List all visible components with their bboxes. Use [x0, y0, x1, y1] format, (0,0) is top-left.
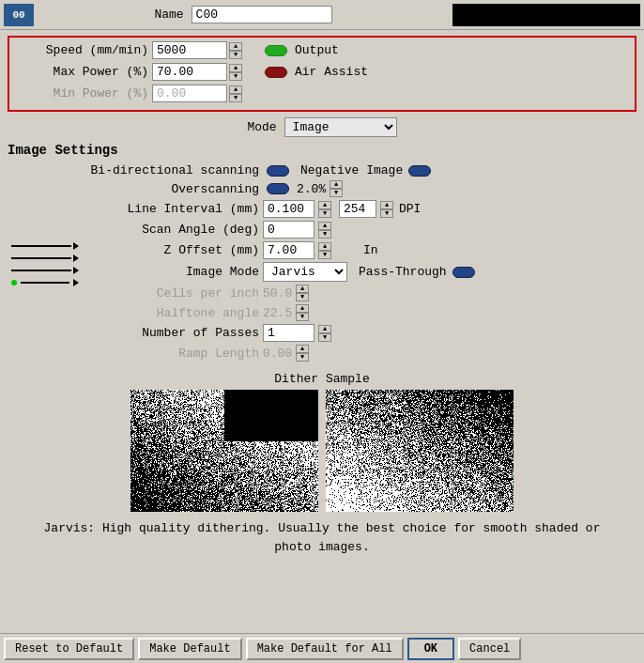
scan-angle-row: Scan Angle (deg) ▲ ▼	[90, 221, 636, 239]
make-default-button[interactable]: Make Default	[138, 638, 241, 660]
ramp-length-row: Ramp Length 0.00 ▲ ▼	[90, 345, 636, 362]
make-default-all-button[interactable]: Make Default for All	[246, 638, 404, 660]
cells-up-btn[interactable]: ▲	[296, 285, 309, 293]
name-input[interactable]	[192, 6, 332, 23]
dpi-spinner[interactable]: ▲ ▼	[380, 201, 393, 218]
air-assist-label: Air Assist	[295, 65, 368, 79]
min-power-up-btn[interactable]: ▲	[229, 85, 242, 94]
min-power-label: Min Power (%)	[17, 86, 148, 100]
speed-spinner-btns[interactable]: ▲ ▼	[229, 42, 242, 59]
z-offset-up-btn[interactable]: ▲	[318, 242, 331, 251]
overscanning-toggle[interactable]	[267, 183, 289, 194]
scan-angle-label: Scan Angle (deg)	[90, 223, 259, 237]
cancel-button[interactable]: Cancel	[458, 638, 521, 660]
num-passes-up-btn[interactable]: ▲	[318, 325, 331, 333]
dpi-input[interactable]	[339, 200, 376, 218]
line-interval-input[interactable]	[263, 200, 314, 218]
overscanning-value: 2.0%	[297, 182, 326, 196]
output-label: Output	[295, 43, 339, 57]
scan-angle-up-btn[interactable]: ▲	[318, 222, 331, 230]
air-assist-toggle[interactable]	[265, 67, 287, 78]
cells-spinner[interactable]: ▲ ▼	[296, 285, 309, 301]
num-passes-down-btn[interactable]: ▼	[318, 333, 331, 342]
speed-down-btn[interactable]: ▼	[229, 51, 242, 59]
image-mode-select[interactable]: Jarvis	[263, 262, 347, 282]
dither-canvas-right	[326, 390, 514, 512]
line-interval-label: Line Interval (mm)	[90, 202, 259, 216]
halftone-down-btn[interactable]: ▼	[296, 313, 309, 321]
halftone-angle-value: 22.5	[263, 306, 292, 320]
image-settings-section: Image Settings	[8, 143, 636, 364]
num-passes-label: Number of Passes	[90, 326, 259, 340]
dither-title: Dither Sample	[8, 372, 636, 386]
speed-input[interactable]	[152, 41, 227, 59]
min-power-input[interactable]	[152, 85, 227, 102]
max-power-label: Max Power (%)	[17, 65, 148, 79]
arrow-tip-3	[73, 267, 79, 274]
z-offset-input[interactable]	[263, 241, 314, 259]
min-power-spinner: ▲ ▼	[152, 85, 242, 102]
green-dot	[11, 280, 17, 285]
min-power-spinner-btns[interactable]: ▲ ▼	[229, 85, 242, 102]
pass-through-row: Pass-Through	[359, 265, 475, 279]
image-mode-label: Image Mode	[90, 265, 259, 279]
min-power-down-btn[interactable]: ▼	[229, 94, 242, 102]
dpi-up-btn[interactable]: ▲	[380, 201, 393, 209]
scan-angle-spinner[interactable]: ▲ ▼	[318, 222, 331, 239]
output-toggle[interactable]	[265, 45, 287, 56]
dpi-label: DPI	[399, 202, 421, 216]
bidirectional-row: Bi-directional scanning Negative Image	[90, 163, 636, 177]
max-power-spinner-btns[interactable]: ▲ ▼	[229, 64, 242, 81]
in-label: In	[363, 243, 378, 257]
min-power-row: Min Power (%) ▲ ▼	[17, 85, 627, 102]
max-power-down-btn[interactable]: ▼	[229, 72, 242, 81]
black-bar	[452, 4, 640, 26]
bidirectional-toggle[interactable]	[267, 165, 289, 177]
ramp-length-label: Ramp Length	[90, 347, 259, 361]
settings-section: Speed (mm/min) ▲ ▼ Output Max Power (%) …	[8, 36, 636, 112]
z-offset-row: Z Offset (mm) ▲ ▼ In	[90, 241, 636, 259]
num-passes-input[interactable]	[263, 324, 314, 342]
speed-label: Speed (mm/min)	[17, 43, 148, 57]
overscanning-up-btn[interactable]: ▲	[330, 180, 343, 189]
ok-button[interactable]: OK	[407, 638, 454, 660]
name-label: Name	[154, 8, 183, 22]
overscanning-row: Overscanning 2.0% ▲ ▼	[90, 180, 636, 197]
output-toggle-row: Output	[265, 43, 339, 57]
line-interval-up-btn[interactable]: ▲	[318, 201, 331, 209]
speed-spinner: ▲ ▼	[152, 41, 242, 59]
ramp-spinner[interactable]: ▲ ▼	[296, 345, 309, 362]
cells-per-inch-row: Cells per inch 50.0 ▲ ▼	[90, 285, 636, 301]
reset-button[interactable]: Reset to Default	[4, 638, 134, 660]
cells-down-btn[interactable]: ▼	[296, 293, 309, 301]
cells-per-inch-value: 50.0	[263, 286, 292, 301]
z-offset-label: Z Offset (mm)	[90, 243, 259, 257]
line-interval-row: Line Interval (mm) ▲ ▼ ▲ ▼ DPI	[90, 200, 636, 218]
overscanning-down-btn[interactable]: ▼	[330, 189, 343, 197]
negative-image-toggle[interactable]	[408, 165, 431, 177]
id-badge: 00	[4, 4, 34, 26]
max-power-input[interactable]	[152, 63, 227, 81]
line-interval-spinner[interactable]: ▲ ▼	[318, 201, 331, 218]
halftone-spinner[interactable]: ▲ ▼	[296, 304, 309, 321]
arrow-tip-4	[73, 279, 79, 286]
image-settings-title: Image Settings	[8, 143, 636, 158]
dpi-down-btn[interactable]: ▼	[380, 209, 393, 218]
image-mode-row: Image Mode Jarvis Pass-Through	[90, 262, 636, 282]
num-passes-spinner[interactable]: ▲ ▼	[318, 325, 331, 342]
overscanning-spinner[interactable]: ▲ ▼	[330, 180, 343, 197]
line-interval-down-btn[interactable]: ▼	[318, 209, 331, 218]
ramp-down-btn[interactable]: ▼	[296, 353, 309, 362]
z-offset-down-btn[interactable]: ▼	[318, 251, 331, 259]
scan-angle-down-btn[interactable]: ▼	[318, 230, 331, 239]
scan-angle-input[interactable]	[263, 221, 314, 239]
speed-up-btn[interactable]: ▲	[229, 42, 242, 51]
halftone-up-btn[interactable]: ▲	[296, 304, 309, 313]
scan-line-2	[11, 254, 79, 262]
halftone-angle-label: Halftone angle	[90, 306, 259, 320]
z-offset-spinner[interactable]: ▲ ▼	[318, 242, 331, 259]
ramp-up-btn[interactable]: ▲	[296, 345, 309, 353]
pass-through-toggle[interactable]	[452, 267, 475, 278]
mode-select[interactable]: Image	[284, 117, 397, 137]
max-power-up-btn[interactable]: ▲	[229, 64, 242, 72]
